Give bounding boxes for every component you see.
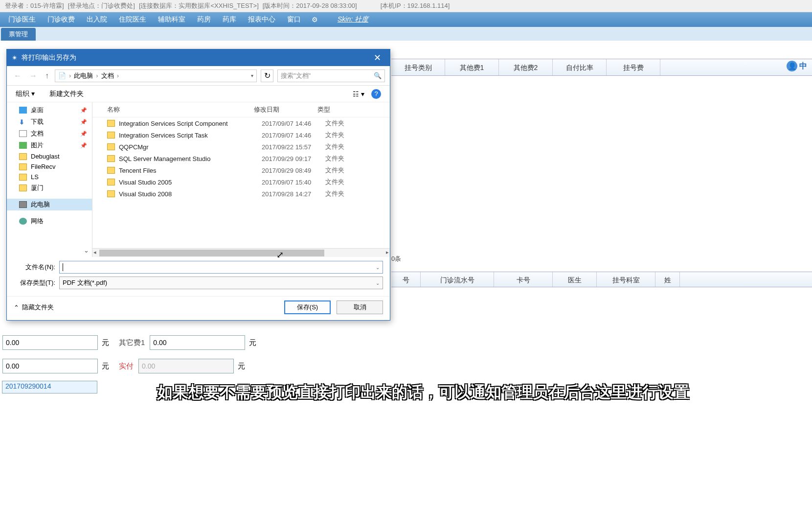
menu-aux-dept[interactable]: 辅助科室: [152, 15, 191, 24]
folder-icon: [107, 143, 115, 150]
fee-input-3[interactable]: [2, 359, 98, 373]
file-row[interactable]: Visual Studio 20082017/09/28 14:27文件夹: [92, 188, 390, 200]
file-name: Tencent Files: [119, 167, 262, 174]
chevron-down-icon[interactable]: ⌄: [376, 280, 380, 286]
new-folder-button[interactable]: 新建文件夹: [49, 90, 84, 98]
unit-yuan-4: 元: [238, 362, 245, 371]
save-button[interactable]: 保存(S): [284, 300, 331, 314]
actual-pay-label: 实付: [119, 362, 134, 371]
pin-icon: 📌: [80, 107, 87, 114]
breadcrumb[interactable]: 📄 › 此电脑 › 文档 › ▾: [55, 69, 257, 82]
file-list-pane: 名称 修改日期 类型 Integration Services Script C…: [92, 102, 390, 257]
sidebar-item-filerecv[interactable]: FileRecv: [7, 162, 92, 172]
col-date[interactable]: 修改日期: [254, 105, 317, 114]
fee-input-1[interactable]: [2, 335, 98, 350]
menu-admission[interactable]: 出入院: [81, 15, 113, 24]
menu-drug-store[interactable]: 药库: [217, 15, 242, 24]
crumb-documents[interactable]: 文档: [101, 71, 114, 80]
save-as-dialog: ✴ 将打印输出另存为 ✕ ← → ↑ 📄 › 此电脑 › 文档 › ▾ ↻ 搜索…: [6, 49, 390, 321]
close-icon[interactable]: ✕: [370, 52, 385, 63]
nav-up-icon[interactable]: ↑: [43, 71, 51, 80]
file-type: 文件夹: [325, 189, 385, 198]
sidebar-item-ls[interactable]: LS: [7, 172, 92, 182]
menu-pharmacy[interactable]: 药房: [191, 15, 217, 24]
dialog-body: 桌面📌 ⬇下载📌 文档📌 图片📌 Debuglast FileRecv LS 厦…: [7, 102, 390, 257]
receipt-number[interactable]: 201709290014: [2, 381, 97, 393]
file-row[interactable]: Integration Services Script Task2017/09/…: [92, 129, 390, 141]
scroll-left-icon[interactable]: ◂: [93, 249, 96, 255]
sidebar-item-thispc[interactable]: 此电脑: [7, 199, 92, 210]
user-short: 中: [799, 61, 807, 71]
sidebar-item-xiamen[interactable]: 厦门: [7, 182, 92, 194]
file-name: Integration Services Script Component: [119, 120, 262, 127]
col-no: 号: [391, 272, 421, 287]
menu-inpatient-doctor[interactable]: 住院医生: [113, 15, 152, 24]
search-icon: 🔍: [374, 72, 382, 79]
sidebar-item-network[interactable]: 网络: [7, 215, 92, 227]
record-count: 0条: [391, 254, 401, 263]
file-name: QQPCMgr: [119, 143, 262, 151]
sidebar-item-documents[interactable]: 文档📌: [7, 128, 92, 139]
dialog-input-area: 文件名(N): ⌄ 保存类型(T): PDF 文档(*.pdf)⌄: [7, 257, 390, 296]
chevron-down-icon[interactable]: ⌄: [84, 247, 89, 254]
crumb-thispc[interactable]: 此电脑: [74, 71, 93, 80]
dialog-nav-bar: ← → ↑ 📄 › 此电脑 › 文档 › ▾ ↻ 搜索"文档" 🔍: [7, 66, 390, 86]
menu-outpatient-fee[interactable]: 门诊收费: [42, 15, 81, 24]
help-icon[interactable]: ?: [371, 89, 381, 99]
nav-forward-icon[interactable]: →: [27, 71, 39, 80]
scroll-right-icon[interactable]: ▸: [386, 249, 389, 255]
network-icon: [19, 218, 27, 225]
filename-label: 文件名(N):: [14, 263, 55, 272]
file-row[interactable]: Integration Services Script Component201…: [92, 117, 390, 129]
file-date: 2017/09/29 08:49: [262, 167, 325, 174]
other-fee-input[interactable]: [150, 335, 245, 350]
chevron-down-icon[interactable]: ▾: [251, 73, 253, 78]
file-date: 2017/09/07 14:46: [262, 120, 325, 127]
filename-input[interactable]: ⌄: [59, 261, 383, 274]
nav-back-icon[interactable]: ←: [12, 71, 23, 80]
scrollbar-thumb[interactable]: [99, 250, 324, 256]
download-icon: ⬇: [19, 118, 27, 125]
app-title-bar: 登录者：015-许培霖] [登录地点：门诊收费处] [连接数据库：实用数据库<X…: [0, 0, 812, 12]
menu-window[interactable]: 窗口: [281, 15, 307, 24]
file-row[interactable]: QQPCMgr2017/09/22 15:57文件夹: [92, 141, 390, 153]
col-other-fee2: 其他费2: [499, 59, 553, 75]
file-row[interactable]: SQL Server Management Studio2017/09/29 0…: [92, 153, 390, 164]
cancel-button[interactable]: 取消: [337, 300, 383, 314]
file-date: 2017/09/07 15:40: [262, 179, 325, 186]
file-row[interactable]: Tencent Files2017/09/29 08:49文件夹: [92, 164, 390, 176]
actual-pay-input: [138, 359, 234, 373]
filetype-select[interactable]: PDF 文档(*.pdf)⌄: [59, 277, 383, 289]
desktop-icon: [19, 107, 27, 114]
gear-icon[interactable]: ⚙: [312, 16, 318, 23]
sidebar-item-downloads[interactable]: ⬇下载📌: [7, 116, 92, 128]
chevron-down-icon[interactable]: ⌄: [376, 265, 380, 270]
file-row[interactable]: Visual Studio 20052017/09/07 15:40文件夹: [92, 176, 390, 188]
user-badge[interactable]: 👤 中: [787, 61, 807, 71]
sidebar-item-desktop[interactable]: 桌面📌: [7, 104, 92, 116]
sidebar-item-pictures[interactable]: 图片📌: [7, 139, 92, 151]
hide-folders-toggle[interactable]: ⌃ 隐藏文件夹: [14, 303, 54, 312]
search-input[interactable]: 搜索"文档" 🔍: [277, 69, 385, 82]
payment-fields: 元 其它费1 元 元 实付 元: [0, 333, 470, 385]
col-type[interactable]: 类型: [317, 105, 385, 114]
sidebar-item-debuglast[interactable]: Debuglast: [7, 151, 92, 162]
organize-button[interactable]: 组织 ▾: [16, 90, 35, 98]
document-tabs: 票管理: [0, 27, 812, 41]
menu-outpatient-doctor[interactable]: 门诊医生: [2, 15, 42, 24]
view-options-icon[interactable]: ☷ ▾: [353, 90, 364, 98]
chevron-right-icon: ›: [96, 72, 98, 79]
folder-icon: [107, 167, 115, 174]
pin-icon: 📌: [80, 142, 87, 149]
tab-invoice-manage[interactable]: 票管理: [1, 28, 36, 41]
dialog-title-bar[interactable]: ✴ 将打印输出另存为 ✕: [7, 49, 390, 66]
col-name[interactable]: 名称: [107, 105, 254, 114]
file-date: 2017/09/29 09:17: [262, 155, 325, 162]
horizontal-scrollbar[interactable]: ◂ ▸: [92, 248, 390, 257]
col-self-ratio: 自付比率: [553, 59, 607, 75]
skin-label[interactable]: Skin: 社度: [338, 15, 368, 24]
folder-icon: [107, 155, 115, 162]
refresh-icon[interactable]: ↻: [261, 69, 273, 82]
folder-icon: [107, 179, 115, 185]
menu-reports[interactable]: 报表中心: [242, 15, 281, 24]
